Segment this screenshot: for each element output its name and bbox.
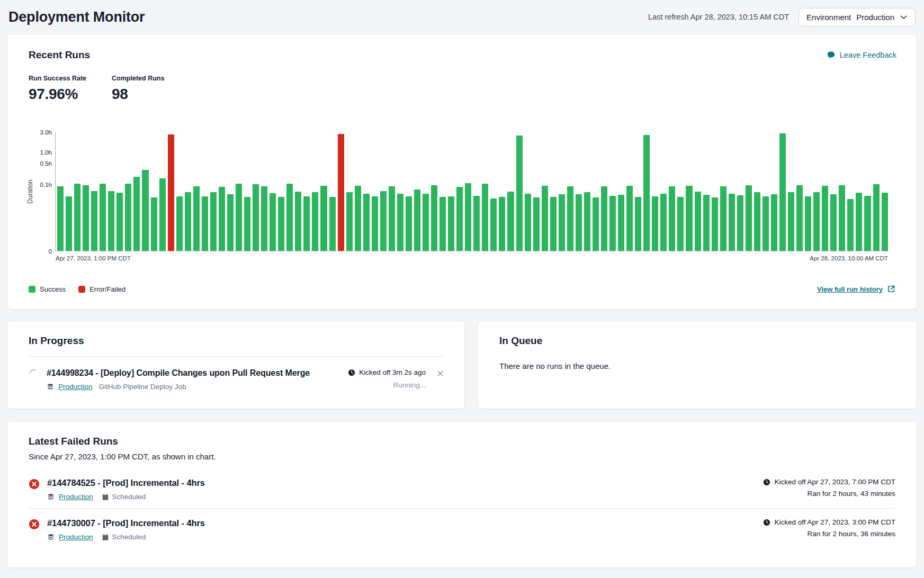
run-bar-success[interactable]: [771, 194, 777, 251]
run-bar-success[interactable]: [320, 186, 327, 251]
run-bar-success[interactable]: [431, 185, 437, 251]
leave-feedback-link[interactable]: Leave Feedback: [827, 50, 896, 59]
run-bar-success[interactable]: [788, 192, 794, 251]
run-bar-success[interactable]: [660, 194, 667, 251]
run-bar-success[interactable]: [185, 192, 191, 251]
run-bar-success[interactable]: [295, 192, 301, 251]
run-bar-success[interactable]: [116, 193, 123, 251]
run-bar-success[interactable]: [864, 196, 871, 251]
run-bar-success[interactable]: [567, 186, 573, 251]
run-bar-success[interactable]: [66, 196, 72, 251]
run-environment-link[interactable]: Production: [58, 383, 93, 391]
run-bar-success[interactable]: [57, 186, 64, 251]
run-bar-success[interactable]: [83, 185, 89, 251]
run-bar-success[interactable]: [720, 186, 726, 251]
run-bar-success[interactable]: [253, 184, 259, 251]
run-bar-success[interactable]: [839, 185, 845, 251]
run-bar-success[interactable]: [456, 187, 463, 251]
run-bar-success[interactable]: [142, 170, 148, 251]
run-bar-success[interactable]: [601, 186, 607, 251]
failed-run-environment-link[interactable]: Production: [59, 533, 93, 541]
run-bar-success[interactable]: [91, 191, 97, 251]
run-bar-success[interactable]: [712, 197, 718, 251]
run-bar-success[interactable]: [856, 193, 862, 251]
run-bar-success[interactable]: [346, 192, 353, 251]
run-bar-success[interactable]: [507, 192, 514, 251]
run-bar-success[interactable]: [482, 184, 488, 251]
run-bar-success[interactable]: [533, 197, 540, 251]
run-bar-success[interactable]: [100, 184, 106, 251]
run-bar-success[interactable]: [516, 136, 523, 251]
run-bar-success[interactable]: [193, 186, 200, 251]
run-bar-success[interactable]: [737, 195, 743, 251]
run-bar-success[interactable]: [813, 192, 820, 251]
run-bar-success[interactable]: [406, 196, 412, 251]
run-bar-success[interactable]: [448, 196, 454, 251]
run-bar-success[interactable]: [389, 186, 395, 251]
run-bar-success[interactable]: [830, 194, 837, 251]
run-bar-success[interactable]: [559, 194, 565, 251]
run-bar-success[interactable]: [270, 193, 276, 251]
run-bar-success[interactable]: [762, 196, 769, 251]
run-bar-success[interactable]: [151, 197, 157, 251]
run-bar-success[interactable]: [703, 195, 710, 251]
run-bar-success[interactable]: [329, 197, 336, 251]
run-bar-success[interactable]: [219, 187, 225, 251]
run-bar-success[interactable]: [873, 184, 880, 251]
run-bar-success[interactable]: [176, 196, 183, 251]
run-bar-success[interactable]: [465, 183, 471, 251]
run-bar-success[interactable]: [754, 192, 760, 251]
run-bar-success[interactable]: [576, 194, 582, 251]
run-bar-success[interactable]: [746, 185, 752, 251]
run-bar-success[interactable]: [822, 186, 828, 251]
run-bar-success[interactable]: [695, 192, 701, 251]
run-bar-success[interactable]: [609, 196, 616, 251]
run-bar-success[interactable]: [363, 194, 370, 251]
run-bar-success[interactable]: [490, 198, 497, 251]
run-bar-success[interactable]: [779, 133, 786, 251]
run-bar-success[interactable]: [261, 186, 267, 251]
run-bar-success[interactable]: [882, 193, 888, 251]
run-bar-failed[interactable]: [168, 134, 174, 251]
run-bar-success[interactable]: [847, 199, 854, 251]
run-bar-success[interactable]: [626, 186, 633, 251]
run-bar-success[interactable]: [355, 186, 361, 251]
run-bar-success[interactable]: [236, 184, 242, 251]
run-bar-success[interactable]: [278, 197, 284, 251]
run-bar-success[interactable]: [652, 196, 658, 251]
run-bar-success[interactable]: [643, 135, 650, 251]
run-bar-success[interactable]: [244, 197, 250, 251]
run-bar-success[interactable]: [312, 192, 318, 251]
run-bar-success[interactable]: [618, 195, 624, 251]
run-bar-success[interactable]: [159, 178, 166, 251]
run-bar-success[interactable]: [542, 186, 548, 251]
run-bar-success[interactable]: [439, 197, 446, 251]
run-bar-success[interactable]: [729, 194, 735, 251]
run-bar-success[interactable]: [227, 194, 234, 251]
run-bar-success[interactable]: [414, 189, 420, 251]
run-bar-success[interactable]: [635, 197, 641, 251]
run-bar-success[interactable]: [499, 197, 505, 251]
run-bar-success[interactable]: [380, 191, 387, 251]
run-bar-success[interactable]: [303, 196, 310, 251]
run-bar-success[interactable]: [796, 185, 803, 251]
environment-select[interactable]: Environment Production: [799, 8, 916, 26]
run-bar-success[interactable]: [133, 177, 140, 251]
run-bar-success[interactable]: [593, 197, 599, 251]
run-bar-failed[interactable]: [338, 134, 344, 251]
run-bar-success[interactable]: [286, 184, 293, 251]
run-bar-success[interactable]: [525, 194, 531, 251]
run-bar-success[interactable]: [108, 191, 114, 251]
run-bar-success[interactable]: [550, 197, 557, 251]
failed-run-environment-link[interactable]: Production: [59, 493, 93, 501]
run-bar-success[interactable]: [805, 196, 811, 251]
run-bar-success[interactable]: [423, 194, 429, 251]
run-bar-success[interactable]: [473, 196, 480, 251]
run-bar-success[interactable]: [669, 186, 675, 251]
close-icon[interactable]: [436, 369, 444, 377]
run-bar-success[interactable]: [125, 184, 131, 251]
run-bar-success[interactable]: [210, 192, 217, 251]
run-bar-success[interactable]: [686, 186, 692, 251]
view-full-run-history-link[interactable]: View full run history: [817, 285, 895, 293]
run-bar-success[interactable]: [397, 194, 403, 251]
